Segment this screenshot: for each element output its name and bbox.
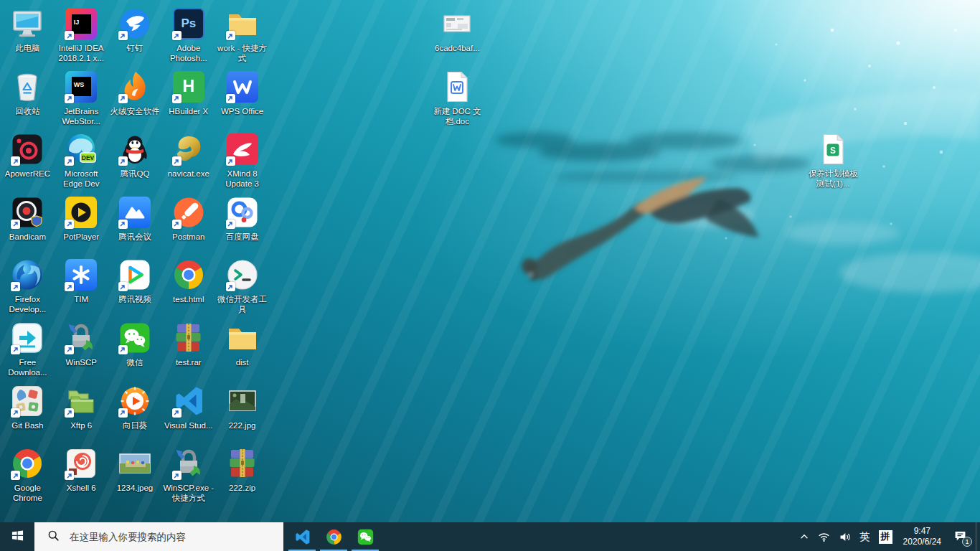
desktop-icon-label: Git Bash (11, 420, 43, 430)
desktop-icon-hbuilderx[interactable]: HHBuilder X (161, 67, 215, 131)
desktop-icon-winrar[interactable]: test.rar (161, 319, 215, 382)
tencent-meeting-icon (118, 195, 152, 230)
desktop-icon-wechat[interactable]: 微信 (108, 319, 162, 382)
desktop-icon-label: 保养计划模板测试(1)... (807, 169, 859, 189)
desktop-icon-qq[interactable]: 腾讯QQ (108, 130, 162, 193)
shortcut-arrow-icon (11, 471, 20, 480)
shortcut-arrow-icon (172, 94, 182, 103)
windows-logo-icon (11, 529, 24, 545)
action-center-button[interactable]: 1 (948, 522, 976, 551)
taskbar-search[interactable] (34, 522, 283, 551)
desktop-icon-this-pc[interactable]: 此电脑 (1, 4, 55, 67)
navicat-icon (171, 132, 206, 166)
shortcut-arrow-icon (65, 156, 74, 166)
desktop-icon-label: Bandicam (9, 232, 46, 242)
desktop-icon-doc-file[interactable]: 新建 DOC 文档.doc (430, 67, 484, 126)
desktop-icon-wechat-devtools[interactable]: 微信开发者工具 (215, 255, 269, 319)
ime-indicator[interactable]: 拼 (875, 522, 897, 551)
desktop-icon-folder[interactable]: work - 快捷方式 (215, 4, 269, 67)
desktop-icon-image-thumb[interactable]: 6cadc4baf... (430, 4, 484, 53)
shortcut-arrow-icon (65, 94, 74, 103)
apowerrec-icon (10, 132, 44, 166)
desktop-icon-potplayer[interactable]: PotPlayer (55, 193, 108, 256)
desktop-icon-xmind[interactable]: XMind 8 Update 3 (215, 130, 269, 193)
desktop-icon-webstorm[interactable]: WSJetBrains WebStor... (55, 67, 108, 131)
desktop-icon-apowerrec[interactable]: ApowerREC (1, 130, 55, 193)
desktop-icon-chrome[interactable]: test.html (161, 255, 215, 319)
desktop-icon-label: 火绒安全软件 (110, 106, 159, 116)
desktop-icon-photo-jpeg[interactable]: 1234.jpeg (108, 444, 162, 507)
desktop-icon-bandicam[interactable]: Bandicam (1, 193, 55, 256)
desktop-icon-huorong[interactable]: 火绒安全软件 (108, 67, 162, 131)
desktop-icon-xshell[interactable]: Xshell 6 (55, 444, 108, 507)
desktop-icon-winscp[interactable]: WinSCP (55, 319, 108, 382)
desktop-icon-photo-jpg[interactable]: 222.jpg (215, 382, 269, 445)
desktop-icon-postman[interactable]: Postman (161, 193, 215, 256)
start-button[interactable] (0, 522, 34, 551)
recycle-bin-icon (10, 70, 44, 104)
potplayer-icon (64, 195, 98, 230)
desktop-icon-photoshop[interactable]: PsAdobe Photosh... (161, 4, 215, 67)
shortcut-arrow-icon (118, 31, 128, 40)
winscp-icon (64, 321, 98, 355)
desktop-icon-label: 腾讯QQ (121, 169, 150, 179)
desktop-icon-gitbash[interactable]: Git Bash (1, 382, 55, 445)
shortcut-arrow-icon (65, 31, 74, 40)
desktop-icon-visual-studio[interactable]: Visual Stud... (161, 382, 215, 445)
photo-jpeg-icon (118, 446, 152, 481)
desktop-icon-label: WinSCP (65, 357, 96, 367)
desktop-icon-sunflower[interactable]: 向日葵 (108, 382, 162, 445)
hbuilderx-icon: H (171, 70, 206, 104)
desktop-icon-firefox-dev[interactable]: Firefox Develop... (1, 255, 55, 319)
desktop-icon-navicat[interactable]: navicat.exe (161, 130, 215, 193)
desktop-icon-label: 钉钉 (126, 43, 143, 53)
winscp-icon (171, 446, 206, 481)
visual-studio-icon (171, 384, 206, 418)
shortcut-arrow-icon (118, 94, 128, 103)
desktop[interactable]: 此电脑回收站ApowerRECBandicamFirefox Develop..… (0, 0, 980, 551)
search-input[interactable] (68, 531, 272, 543)
desktop-icon-folder[interactable]: dist (215, 319, 269, 382)
desktop-icon-winscp[interactable]: WinSCP.exe - 快捷方式 (161, 444, 215, 507)
desktop-icon-label: WPS Office (221, 106, 263, 116)
desktop-icon-label: IntelliJ IDEA 2018.2.1 x... (55, 43, 107, 63)
system-tray: 英 拼 9:47 2020/6/24 1 (795, 522, 980, 551)
desktop-icon-chrome[interactable]: Google Chrome (1, 444, 55, 507)
desktop-icon-wps-sheet[interactable]: S保养计划模板测试(1)... (806, 130, 860, 189)
tencent-video-icon (118, 258, 152, 292)
taskbar-clock[interactable]: 9:47 2020/6/24 (897, 522, 948, 551)
desktop-icon-xftp[interactable]: Xftp 6 (55, 382, 108, 445)
desktop-icon-tencent-video[interactable]: 腾讯视频 (108, 255, 162, 319)
taskbar-app-chrome[interactable] (318, 522, 349, 551)
chrome-icon (10, 446, 44, 481)
volume-icon[interactable] (834, 522, 855, 551)
clock-date: 2020/6/24 (903, 537, 941, 547)
desktop-icon-edge-dev[interactable]: DEVMicrosoft Edge Dev (55, 130, 108, 193)
desktop-icon-label: Visual Stud... (164, 420, 213, 430)
photoshop-icon: Ps (171, 6, 206, 41)
desktop-icon-label: dist (236, 357, 249, 367)
network-wifi-icon[interactable] (814, 522, 834, 551)
photo-jpg-icon (225, 384, 260, 418)
desktop-icon-label: 微信开发者工具 (217, 294, 268, 314)
desktop-icon-label: 此电脑 (15, 43, 40, 53)
desktop-icon-winrar[interactable]: 222.zip (215, 444, 269, 507)
desktop-icon-label: XMind 8 Update 3 (217, 169, 268, 189)
desktop-icon-wps[interactable]: WPS Office (215, 67, 269, 131)
show-desktop-button[interactable] (976, 522, 980, 551)
taskbar-app-vscode[interactable] (286, 522, 318, 551)
desktop-icon-fdm[interactable]: Free Downloa... (1, 319, 55, 382)
desktop-icon-dingtalk[interactable]: 钉钉 (108, 4, 162, 67)
desktop-icon-recycle-bin[interactable]: 回收站 (1, 67, 55, 131)
wps-icon (225, 70, 260, 104)
desktop-icon-tim[interactable]: TIM (55, 255, 108, 319)
desktop-icon-idea[interactable]: IJIntelliJ IDEA 2018.2.1 x... (55, 4, 108, 67)
desktop-icon-label: work - 快捷方式 (217, 43, 268, 63)
doc-file-icon (440, 70, 474, 104)
hidden-icons-chevron[interactable] (795, 522, 814, 551)
desktop-icon-tencent-meeting[interactable]: 腾讯会议 (108, 193, 162, 256)
svg-text:DEV: DEV (82, 154, 95, 161)
taskbar-app-wechat[interactable] (349, 522, 381, 551)
language-indicator[interactable]: 英 (855, 522, 875, 551)
desktop-icon-baidu-netdisk[interactable]: 百度网盘 (215, 193, 269, 256)
